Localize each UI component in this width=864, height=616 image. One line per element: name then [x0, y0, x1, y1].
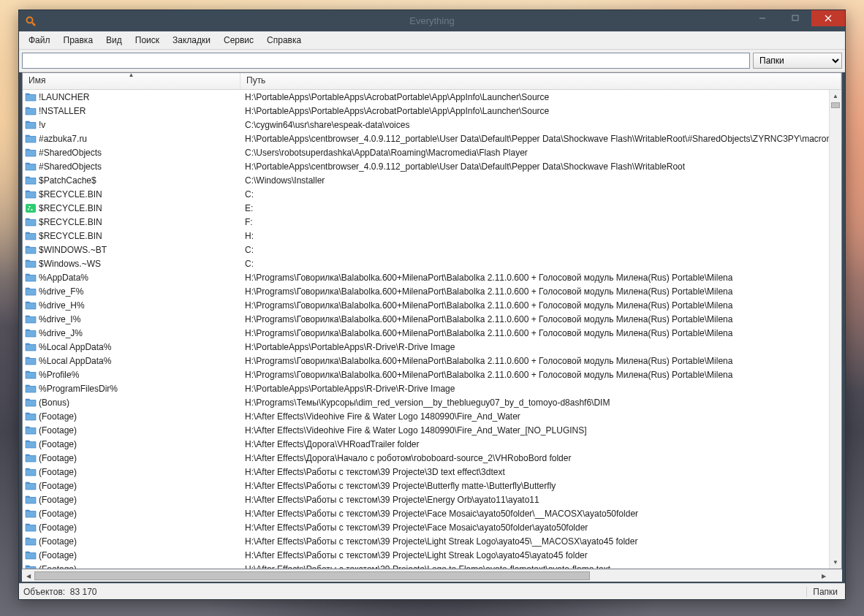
file-name: (Footage) [39, 509, 77, 519]
file-name: %AppData% [39, 273, 88, 283]
horizontal-scrollbar[interactable]: ◀ ▶ [22, 569, 842, 582]
table-row[interactable]: %Local AppData%H:\PortableApps\PortableA… [23, 340, 841, 354]
results-scroll-area[interactable]: !LAUNCHERH:\PortableApps\PortableApps\Ac… [23, 90, 841, 569]
scroll-left-icon[interactable]: ◀ [22, 570, 34, 582]
table-row[interactable]: (Footage)H:\After Effects\Дорога\VHRoadT… [23, 437, 841, 451]
menu-search[interactable]: Поиск [129, 33, 166, 47]
folder-icon [25, 161, 37, 172]
close-button[interactable] [811, 10, 845, 26]
table-row[interactable]: %Profile%H:\Programs\Говорилка\Balabolka… [23, 368, 841, 381]
table-row[interactable]: $RECYCLE.BINC: [23, 187, 841, 201]
table-row[interactable]: #SharedObjectsC:\Users\robotsuperdashka\… [23, 145, 841, 159]
menu-file[interactable]: Файл [22, 33, 57, 47]
table-row[interactable]: (Footage)H:\After Effects\Работы с текст… [23, 465, 841, 479]
titlebar[interactable]: Everything [19, 10, 845, 31]
vertical-scrollbar[interactable]: ▲ ▼ [829, 90, 841, 569]
table-row[interactable]: $Windows.~WSC: [23, 256, 841, 270]
table-row[interactable]: (Footage)H:\After Effects\Работы с текст… [23, 520, 841, 534]
table-row[interactable]: %drive_H%H:\Programs\Говорилка\Balabolka… [23, 298, 841, 312]
minimize-button[interactable] [746, 10, 778, 26]
column-header-name-label: Имя [29, 75, 45, 85]
cell-path: H:\PortableApps\centbrowser_4.0.9.112_po… [240, 161, 841, 172]
menu-bookmarks[interactable]: Закладки [166, 33, 217, 47]
cell-path: H:\Programs\Говорилка\Balabolka.600+Mile… [240, 370, 841, 380]
table-row[interactable]: (Footage)H:\After Effects\Работы с текст… [23, 479, 841, 493]
table-row[interactable]: $PatchCache$C:\Windows\Installer [23, 173, 841, 187]
cell-name: %drive_H% [23, 300, 240, 311]
table-row[interactable]: (Footage)H:\After Effects\Дорога\Начало … [23, 451, 841, 465]
file-name: (Footage) [39, 425, 77, 436]
table-row[interactable]: $RECYCLE.BINH: [23, 229, 841, 243]
table-row[interactable]: #azbuka7.ruH:\PortableApps\centbrowser_4… [23, 132, 841, 145]
table-row[interactable]: !NSTALLERH:\PortableApps\PortableApps\Ac… [23, 104, 841, 118]
table-row[interactable]: %drive_I%H:\Programs\Говорилка\Balabolka… [23, 312, 841, 326]
table-row[interactable]: (Footage)H:\After Effects\Работы с текст… [23, 493, 841, 506]
scroll-up-icon[interactable]: ▲ [830, 90, 841, 102]
table-row[interactable]: (Footage)H:\After Effects\Videohive Fire… [23, 409, 841, 423]
cell-name: (Footage) [23, 438, 240, 450]
table-row[interactable]: $RECYCLE.BINE: [23, 201, 841, 215]
table-row[interactable]: !LAUNCHERH:\PortableApps\PortableApps\Ac… [23, 90, 841, 104]
file-name: #azbuka7.ru [39, 134, 87, 144]
menu-view[interactable]: Вид [99, 33, 129, 47]
file-name: (Footage) [39, 411, 77, 422]
results-panel: Имя ▲ Путь !LAUNCHERH:\PortableApps\Port… [22, 72, 842, 569]
column-header-path[interactable]: Путь [240, 73, 841, 89]
table-row[interactable]: %ProgramFilesDir%H:\PortableApps\Portabl… [23, 381, 841, 395]
filter-select[interactable]: Папки [753, 53, 842, 69]
scroll-right-icon[interactable]: ▶ [817, 570, 830, 582]
table-row[interactable]: $WINDOWS.~BTC: [23, 243, 841, 256]
table-row[interactable]: %AppData%H:\Programs\Говорилка\Balabolka… [23, 270, 841, 284]
table-row[interactable]: (Footage)H:\After Effects\Работы с текст… [23, 534, 841, 548]
file-name: $RECYCLE.BIN [39, 203, 102, 213]
file-name: (Footage) [39, 564, 77, 569]
file-name: %Local AppData% [39, 356, 111, 366]
menu-help[interactable]: Справка [260, 33, 308, 47]
folder-icon [25, 563, 37, 569]
cell-name: %drive_I% [23, 313, 240, 325]
table-row[interactable]: #SharedObjectsH:\PortableApps\centbrowse… [23, 159, 841, 173]
file-name: !NSTALLER [39, 106, 86, 116]
svg-point-0 [27, 17, 33, 23]
vertical-scroll-thumb[interactable] [831, 102, 840, 108]
file-name: (Footage) [39, 453, 77, 463]
table-row[interactable]: %drive_F%H:\Programs\Говорилка\Balabolka… [23, 284, 841, 298]
table-row[interactable]: $RECYCLE.BINF: [23, 215, 841, 229]
maximize-button[interactable] [778, 10, 811, 26]
cell-name: (Footage) [23, 522, 240, 533]
cell-path: H:\After Effects\Работы с текстом\39 Pro… [240, 481, 841, 491]
file-name: %ProgramFilesDir% [39, 384, 118, 394]
status-objects: Объектов: 83 170 [23, 587, 806, 597]
folder-icon [25, 397, 37, 408]
folder-icon [25, 536, 37, 547]
table-row[interactable]: (Footage)H:\After Effects\Videohive Fire… [23, 423, 841, 437]
column-header-name[interactable]: Имя ▲ [23, 73, 240, 89]
status-objects-count: 83 170 [70, 587, 97, 597]
cell-path: H:\After Effects\Работы с текстом\39 Pro… [240, 550, 841, 560]
cell-path: C:\Users\robotsuperdashka\AppData\Roamin… [240, 148, 841, 158]
folder-icon [25, 272, 37, 284]
cell-name: $WINDOWS.~BT [23, 244, 240, 256]
folder-icon [25, 286, 37, 297]
status-filter[interactable]: Папки [806, 587, 841, 597]
file-name: (Footage) [39, 522, 77, 533]
table-row[interactable]: (Footage)H:\After Effects\Работы с текст… [23, 548, 841, 562]
table-row[interactable]: (Footage)H:\After Effects\Работы с текст… [23, 562, 841, 569]
folder-icon [25, 452, 37, 464]
scroll-down-icon[interactable]: ▼ [830, 556, 841, 569]
table-row[interactable]: %drive_J%H:\Programs\Говорилка\Balabolka… [23, 326, 841, 340]
menu-tools[interactable]: Сервис [217, 33, 260, 47]
menu-edit[interactable]: Правка [57, 33, 100, 47]
table-row[interactable]: (Bonus)H:\Programs\Темы\Курсоры\dim_red_… [23, 395, 841, 409]
file-name: $RECYCLE.BIN [39, 189, 102, 199]
recycle-bin-icon [25, 202, 37, 214]
file-name: (Footage) [39, 467, 77, 477]
table-row[interactable]: %Local AppData%H:\Programs\Говорилка\Bal… [23, 354, 841, 368]
search-input[interactable] [22, 53, 750, 69]
cell-path: C: [240, 259, 841, 269]
table-row[interactable]: !vC:\cygwin64\usr\share\espeak-data\voic… [23, 118, 841, 132]
horizontal-scroll-thumb[interactable] [34, 571, 590, 580]
cell-name: (Footage) [23, 494, 240, 506]
cell-path: H:\After Effects\Работы с текстом\39 Pro… [240, 536, 841, 547]
table-row[interactable]: (Footage)H:\After Effects\Работы с текст… [23, 506, 841, 520]
